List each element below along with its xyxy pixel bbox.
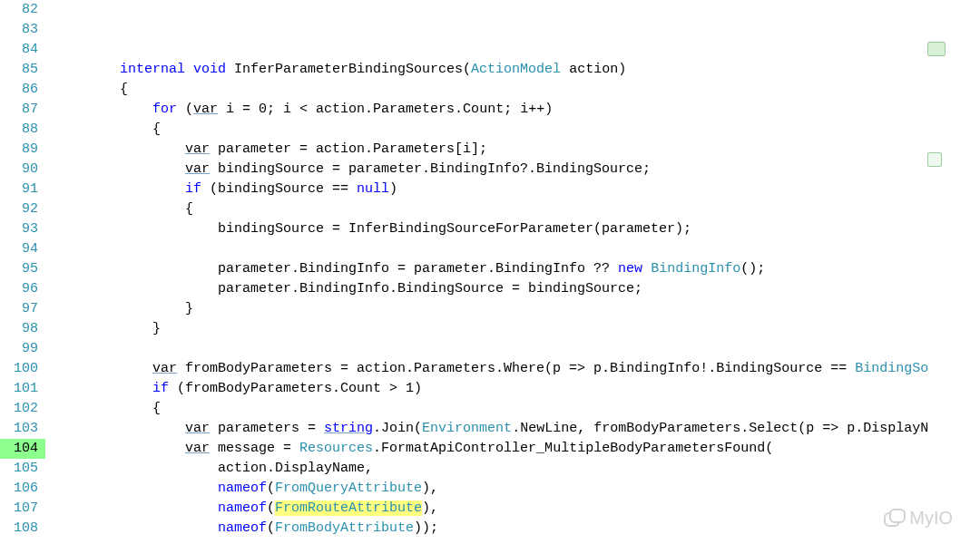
code-token: )); — [414, 520, 438, 536]
code-line[interactable]: if (bindingSource == null) — [54, 180, 980, 199]
code-map-icon[interactable] — [927, 42, 946, 56]
code-line[interactable]: { — [54, 80, 980, 100]
code-token: (fromBodyParameters.Count > 1) — [169, 381, 422, 396]
line-number: 100 — [0, 359, 45, 379]
code-line[interactable]: parameter.BindingInfo.BindingSource = bi… — [54, 279, 980, 299]
line-number: 102 — [0, 399, 45, 419]
code-token: (bindingSource == — [201, 181, 357, 197]
code-line[interactable]: } — [54, 299, 980, 319]
code-token: if — [152, 381, 169, 396]
line-number: 99 — [0, 339, 45, 359]
watermark: MyIO — [884, 508, 953, 528]
code-token: ActionModel — [471, 62, 561, 77]
code-line[interactable] — [54, 339, 980, 359]
code-token: message = — [210, 441, 299, 456]
code-token: BindingSo — [855, 361, 928, 376]
code-token: Resources — [299, 441, 373, 456]
line-number: 97 — [0, 299, 45, 319]
code-line[interactable]: action.DisplayName, — [54, 459, 980, 479]
line-number: 85 — [0, 60, 45, 80]
code-line[interactable]: var bindingSource = parameter.BindingInf… — [54, 160, 980, 180]
code-token: fromBodyParameters = action.Parameters.W… — [177, 361, 855, 376]
code-token — [642, 261, 651, 277]
code-token: bindingSource = InferBindingSourceForPar… — [218, 221, 691, 237]
code-token: nameof — [218, 500, 267, 516]
code-token: var — [152, 361, 177, 376]
line-number: 94 — [0, 239, 45, 259]
code-line[interactable]: nameof(FromRouteAttribute), — [54, 499, 980, 519]
line-number: 106 — [0, 479, 45, 499]
code-token: FromQueryAttribute — [275, 481, 422, 496]
line-number: 104 — [0, 439, 45, 459]
code-line[interactable]: var parameters = string.Join(Environment… — [54, 419, 980, 439]
code-token: FromRouteAttribute — [275, 500, 422, 516]
code-token: { — [185, 201, 193, 217]
code-line[interactable]: if (fromBodyParameters.Count > 1) — [54, 379, 980, 399]
line-number: 98 — [0, 319, 45, 339]
code-token: new — [618, 261, 642, 277]
code-token: var — [185, 441, 210, 456]
line-number: 86 — [0, 80, 45, 100]
code-token: ) — [389, 181, 397, 197]
code-token: ( — [267, 500, 275, 516]
code-token: action) — [561, 62, 626, 77]
code-line[interactable]: var message = Resources.FormatApiControl… — [54, 439, 980, 459]
code-token: parameter.BindingInfo.BindingSource = bi… — [218, 281, 642, 296]
code-token: .FormatApiController_MultipleBodyParamet… — [373, 441, 773, 456]
code-token: { — [152, 401, 161, 416]
code-nav-icon[interactable] — [927, 152, 942, 167]
code-token: void — [193, 62, 226, 77]
line-number: 82 — [0, 0, 45, 20]
line-number: 93 — [0, 219, 45, 239]
code-line[interactable]: parameter.BindingInfo = parameter.Bindin… — [54, 259, 980, 279]
code-token: var — [185, 161, 210, 177]
code-token: parameter.BindingInfo = parameter.Bindin… — [218, 261, 618, 277]
code-token: { — [152, 121, 161, 137]
code-token: nameof — [218, 481, 267, 496]
code-token: null — [357, 181, 389, 197]
outline-margin — [927, 2, 976, 207]
line-number: 105 — [0, 459, 45, 479]
code-line[interactable]: for (var i = 0; i < action.Parameters.Co… — [54, 100, 980, 120]
code-line[interactable] — [54, 239, 980, 259]
line-number: 108 — [0, 519, 45, 539]
line-number: 89 — [0, 140, 45, 160]
code-line[interactable]: { — [54, 120, 980, 140]
code-token: Environment — [422, 421, 512, 436]
code-token: FromBodyAttribute — [275, 520, 414, 536]
line-number: 107 — [0, 499, 45, 519]
code-area[interactable]: internal void InferParameterBindingSourc… — [45, 0, 980, 544]
code-token: bindingSource = parameter.BindingInfo?.B… — [210, 161, 651, 177]
code-token: i = 0; i < action.Parameters.Count; i++) — [218, 102, 553, 117]
code-line[interactable]: bindingSource = InferBindingSourceForPar… — [54, 219, 980, 239]
code-line[interactable]: var fromBodyParameters = action.Paramete… — [54, 359, 980, 379]
code-line[interactable]: { — [54, 399, 980, 419]
code-token: parameters = — [210, 421, 324, 436]
code-token — [185, 62, 193, 77]
code-line[interactable]: var parameter = action.Parameters[i]; — [54, 140, 980, 160]
code-token: string — [324, 421, 373, 436]
code-line[interactable]: nameof(FromQueryAttribute), — [54, 479, 980, 499]
code-token: internal — [120, 62, 185, 77]
code-token: ( — [267, 520, 275, 536]
code-token: var — [185, 421, 210, 436]
code-token: var — [193, 102, 218, 117]
code-line[interactable]: } — [54, 319, 980, 339]
code-token: (); — [740, 261, 765, 277]
code-token: .NewLine, fromBodyParameters.Select(p =>… — [512, 421, 928, 436]
code-token: nameof — [218, 520, 267, 536]
code-token: ), — [422, 481, 438, 496]
code-token: BindingInfo — [651, 261, 740, 277]
line-number-gutter: 8283848586878889909192939495969798991001… — [0, 0, 45, 544]
line-number: 90 — [0, 160, 45, 180]
line-number: 84 — [0, 40, 45, 60]
code-token: .Join( — [373, 421, 422, 436]
code-token: ( — [177, 102, 193, 117]
code-line[interactable] — [54, 539, 980, 544]
code-line[interactable]: { — [54, 199, 980, 219]
code-editor[interactable]: 8283848586878889909192939495969798991001… — [0, 0, 980, 544]
code-token: if — [185, 181, 201, 197]
code-line[interactable]: nameof(FromBodyAttribute)); — [54, 519, 980, 539]
line-number: 101 — [0, 379, 45, 399]
code-line[interactable]: internal void InferParameterBindingSourc… — [54, 60, 980, 80]
